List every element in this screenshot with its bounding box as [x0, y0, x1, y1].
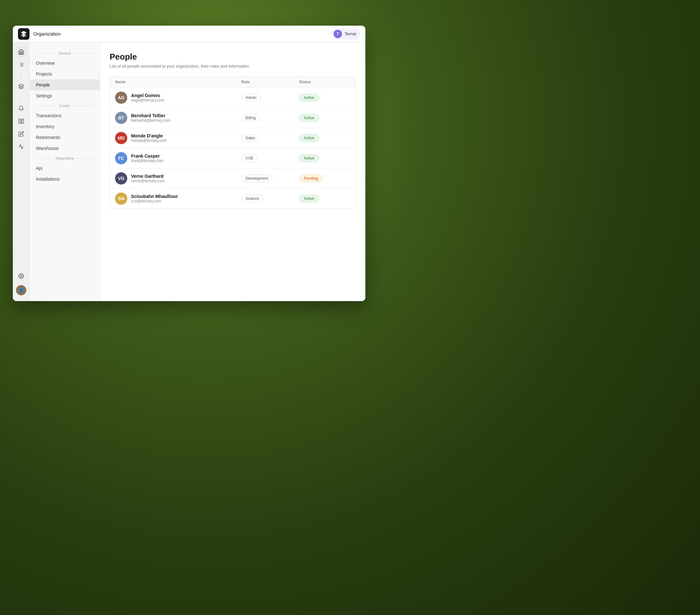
- person-info: Monde D'angle monde@ternary.com: [131, 133, 167, 143]
- role-cell: Science: [241, 195, 299, 203]
- role-badge: Development: [241, 175, 273, 182]
- nav-settings[interactable]: [15, 270, 27, 282]
- status-badge: Active: [299, 195, 319, 203]
- role-cell: Sales: [241, 134, 299, 142]
- sidebar-item-overview[interactable]: Overview: [29, 57, 100, 68]
- role-cell: Billing: [241, 114, 299, 122]
- person-info: Angel Gomes angel@ternary.com: [131, 93, 164, 103]
- person-name: Angel Gomes: [131, 93, 164, 98]
- user-avatar: T: [334, 30, 342, 38]
- person-name: Monde D'angle: [131, 133, 167, 138]
- person-cell: SM Scioubahn Mhaulliour s.m@ternary.com: [115, 192, 241, 205]
- nav-divider-2: [21, 95, 21, 101]
- person-name: Verne Garthard: [131, 174, 165, 179]
- nav-list[interactable]: [15, 59, 27, 71]
- page-title: People: [110, 52, 356, 62]
- nav-divider-1: [21, 74, 21, 79]
- main-layout: 👤 General Overview Projects People Setti…: [13, 42, 365, 301]
- person-name: Bernhard Tellier: [131, 113, 171, 118]
- table-row[interactable]: SM Scioubahn Mhaulliour s.m@ternary.com …: [110, 189, 355, 208]
- status-badge: Active: [299, 154, 319, 162]
- user-name: Ternar: [345, 31, 357, 36]
- sidebar-section-general: General: [29, 49, 100, 57]
- nav-bottom: 👤: [15, 270, 27, 297]
- person-info: Verne Garthard verne@ternary.com: [131, 174, 165, 183]
- status-badge: Pending: [299, 175, 323, 182]
- sidebar-item-settings[interactable]: Settings: [29, 90, 100, 101]
- role-badge: Admin: [241, 94, 261, 102]
- table-body: AG Angel Gomes angel@ternary.com Admin A…: [110, 88, 355, 208]
- person-info: Scioubahn Mhaulliour s.m@ternary.com: [131, 194, 178, 203]
- person-email: verne@ternary.com: [131, 179, 165, 183]
- status-cell: Active: [299, 134, 350, 142]
- status-cell: Active: [299, 114, 350, 122]
- table-row[interactable]: AG Angel Gomes angel@ternary.com Admin A…: [110, 88, 355, 108]
- person-avatar: AG: [115, 92, 127, 104]
- person-email: angel@ternary.com: [131, 98, 164, 103]
- nav-bell[interactable]: [15, 103, 27, 114]
- person-info: Bernhard Tellier bernarhd@ternary.com: [131, 113, 171, 123]
- sidebar-item-transactions[interactable]: Transactions: [29, 110, 100, 121]
- status-badge: Active: [299, 134, 319, 142]
- role-cell: Development: [241, 175, 299, 182]
- nav-home[interactable]: [15, 46, 27, 57]
- role-badge: Science: [241, 195, 263, 203]
- status-cell: Active: [299, 154, 350, 162]
- table-row[interactable]: MD Monde D'angle monde@ternary.com Sales…: [110, 128, 355, 148]
- nav-building[interactable]: [15, 115, 27, 127]
- icon-nav: 👤: [13, 42, 29, 301]
- person-email: monde@ternary.com: [131, 138, 167, 143]
- col-name: Name: [115, 80, 241, 84]
- person-name: Scioubahn Mhaulliour: [131, 194, 178, 199]
- svg-rect-9: [20, 120, 22, 123]
- role-badge: VVB: [241, 154, 258, 162]
- person-info: Frank Casper frank@ternary.com: [131, 153, 163, 163]
- status-badge: Active: [299, 114, 319, 122]
- header-title: Organization: [33, 31, 332, 37]
- header-user[interactable]: T Ternar: [332, 28, 360, 39]
- sidebar-item-installations[interactable]: Installations: [29, 174, 100, 184]
- col-status: Status: [299, 80, 350, 84]
- person-avatar: BT: [115, 112, 127, 124]
- nav-layers[interactable]: [15, 81, 27, 92]
- nav-activity[interactable]: [15, 141, 27, 153]
- table-row[interactable]: BT Bernhard Tellier bernarhd@ternary.com…: [110, 108, 355, 128]
- table-header: Name Role Status: [110, 77, 355, 88]
- sidebar-item-warehouse[interactable]: Warehouse: [29, 143, 100, 154]
- role-cell: Admin: [241, 94, 299, 102]
- nav-user-avatar: 👤: [16, 285, 26, 295]
- page-subtitle: List of all people associated to your or…: [110, 64, 356, 68]
- nav-user-profile[interactable]: 👤: [15, 284, 27, 296]
- person-avatar: FC: [115, 152, 127, 164]
- person-avatar: SM: [115, 192, 127, 205]
- sidebar-item-inventory[interactable]: Inventory: [29, 121, 100, 132]
- table-row[interactable]: VG Verne Garthard verne@ternary.com Deve…: [110, 168, 355, 189]
- sidebar-section-integrations: Integrations: [29, 154, 100, 163]
- sidebar-item-api[interactable]: Api: [29, 163, 100, 174]
- person-avatar: VG: [115, 172, 127, 184]
- status-badge: Active: [299, 94, 319, 102]
- app-window: Organization T Ternar: [13, 26, 365, 301]
- status-cell: Active: [299, 195, 350, 203]
- person-cell: VG Verne Garthard verne@ternary.com: [115, 172, 241, 184]
- role-badge: Sales: [241, 134, 259, 142]
- sidebar-item-people[interactable]: People: [29, 79, 100, 90]
- table-row[interactable]: FC Frank Casper frank@ternary.com VVB Ac…: [110, 148, 355, 168]
- person-cell: AG Angel Gomes angel@ternary.com: [115, 92, 241, 104]
- logo-icon: [18, 28, 29, 40]
- person-name: Frank Casper: [131, 153, 163, 158]
- role-badge: Billing: [241, 114, 260, 122]
- nav-edit[interactable]: [15, 128, 27, 140]
- role-cell: VVB: [241, 154, 299, 162]
- header: Organization T Ternar: [13, 26, 365, 42]
- main-content: People List of all people associated to …: [100, 42, 365, 301]
- status-cell: Active: [299, 94, 350, 102]
- svg-marker-6: [18, 84, 23, 87]
- svg-rect-8: [22, 119, 23, 123]
- sidebar-item-retirements[interactable]: Retirements: [29, 132, 100, 143]
- sidebar-item-projects[interactable]: Projects: [29, 68, 100, 79]
- person-avatar: MD: [115, 132, 127, 144]
- col-role: Role: [241, 80, 299, 84]
- person-cell: BT Bernhard Tellier bernarhd@ternary.com: [115, 112, 241, 124]
- sidebar: General Overview Projects People Setting…: [29, 42, 100, 301]
